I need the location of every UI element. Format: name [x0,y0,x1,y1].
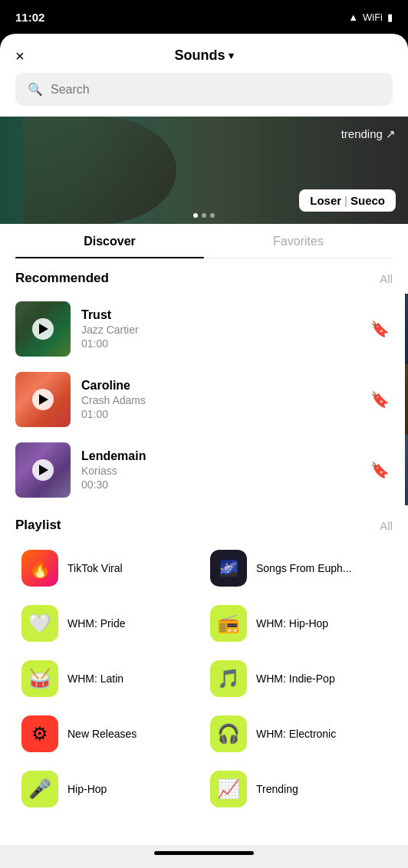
chevron-down-icon[interactable]: ▾ [229,50,234,61]
artist-sub: Sueco [350,194,385,207]
playlist-all-button[interactable]: All [380,519,393,532]
playlist-item-tiktok-viral[interactable]: 🔥 TikTok Viral [15,541,204,596]
recommended-header: Recommended All [0,258,408,294]
playlist-icon-whm-hiphop: 📻 [210,605,247,642]
track-thumbnail-lendemain [15,442,71,498]
recommended-all-button[interactable]: All [380,272,393,285]
play-triangle-icon [39,394,48,405]
play-triangle-icon [39,465,48,475]
battery-icon: ▮ [387,12,393,23]
playlist-name-songs-euph: Songs From Euph... [256,562,352,574]
playlist-icon-trending: 📈 [210,771,247,807]
track-info-caroline: Caroline Crash Adams 01:00 [81,379,357,420]
playlist-grid: 🔥 TikTok Viral 🌌 Songs From Euph... 🤍 [0,541,408,817]
playlist-icon-tiktok-viral: 🔥 [21,550,58,587]
track-item-lendemain[interactable]: Lendemain Koriass 00:30 🔖 [0,435,408,505]
signal-icon: ▲ [348,12,358,23]
playlist-item-hip-hop[interactable]: 🎤 Hip-Hop [15,761,204,817]
tab-discover[interactable]: Discover [15,224,204,258]
playlist-item-whm-hiphop[interactable]: 📻 WHM: Hip-Hop [204,596,393,651]
play-button-trust[interactable] [32,318,54,340]
search-input[interactable] [51,83,380,97]
playlist-item-whm-indiepop[interactable]: 🎵 WHM: Indie-Pop [204,651,393,706]
track-artist-lendemain: Koriass [81,465,357,477]
banner-dot-2 [202,213,206,218]
bookmark-button-trust[interactable]: 🔖 [367,317,393,341]
playlist-item-songs-euph[interactable]: 🌌 Songs From Euph... [204,541,393,596]
playlist-item-whm-pride[interactable]: 🤍 WHM: Pride [15,596,204,651]
playlist-item-whm-latin[interactable]: 🥁 WHM: Latin [15,651,204,706]
search-bar[interactable]: 🔍 [15,73,393,106]
playlist-icon-whm-electronic: 🎧 [210,715,247,752]
playlist-item-trending[interactable]: 📈 Trending [204,761,393,817]
drum-icon: 🥁 [28,668,51,689]
track-info-trust: Trust Jazz Cartier 01:00 [81,308,357,350]
scroll-content: Recommended All Trust Jazz Cartier 01:00… [0,258,408,845]
track-info-lendemain: Lendemain Koriass 00:30 [81,449,357,491]
playlist-icon-whm-indiepop: 🎵 [210,660,247,697]
music2-icon: 🎤 [28,778,51,800]
music-icon: 🎵 [217,668,240,689]
playlist-name-new-releases: New Releases [67,728,137,740]
playlist-header: Playlist All [0,505,408,541]
playlist-name-whm-electronic: WHM: Electronic [256,728,336,740]
trending-label: trending ↗ [341,127,396,141]
bookmark-button-lendemain[interactable]: 🔖 [367,458,393,482]
home-indicator [154,851,254,855]
sounds-modal: × Sounds ▾ 🔍 trending ↗ Loser | [0,34,408,868]
side-strip-lendemain [405,435,408,505]
tabs-container: Discover Favorites [15,224,393,258]
search-icon: 🔍 [28,82,43,97]
playlist-name-hip-hop: Hip-Hop [67,783,107,795]
track-thumbnail-trust [15,301,71,357]
trending-icon: 📈 [217,778,240,800]
playlist-name-trending: Trending [256,783,298,795]
galaxy-icon: 🌌 [219,559,239,577]
trending-banner[interactable]: trending ↗ Loser | Sueco [0,117,408,224]
track-artist-caroline: Crash Adams [81,394,357,406]
tab-favorites[interactable]: Favorites [204,224,393,258]
playlist-name-whm-latin: WHM: Latin [67,672,123,685]
headphone-icon: 🎧 [217,723,240,745]
radio-icon: 📻 [217,613,240,634]
banner-artist-label: Loser | Sueco [299,189,396,212]
track-artist-trust: Jazz Cartier [81,324,357,336]
artist-name: Loser [310,194,341,207]
bottom-bar [0,845,408,868]
track-name-trust: Trust [81,308,357,322]
play-button-caroline[interactable] [32,389,54,410]
playlist-icon-songs-euph: 🌌 [210,550,247,587]
track-item-trust[interactable]: Trust Jazz Cartier 01:00 🔖 [0,294,408,364]
playlist-name-tiktok-viral: TikTok Viral [67,562,123,574]
gear-icon: ⚙ [31,723,48,745]
playlist-item-new-releases[interactable]: ⚙ New Releases [15,706,204,761]
playlist-item-whm-electronic[interactable]: 🎧 WHM: Electronic [204,706,393,761]
track-item-caroline[interactable]: Caroline Crash Adams 01:00 🔖 [0,364,408,435]
banner-dots [193,213,215,218]
track-duration-caroline: 01:00 [81,408,357,420]
title-text: Sounds [175,48,225,64]
wifi-icon: WiFi [363,12,383,23]
side-strip-caroline [405,364,408,435]
status-icons: ▲ WiFi ▮ [348,12,393,23]
modal-title: Sounds ▾ [175,48,234,64]
playlist-name-whm-pride: WHM: Pride [67,617,125,630]
fire-icon: 🔥 [28,557,51,579]
playlist-name-whm-hiphop: WHM: Hip-Hop [256,617,328,630]
close-button[interactable]: × [15,48,25,64]
playlist-icon-whm-latin: 🥁 [21,660,58,697]
play-button-lendemain[interactable] [32,459,54,481]
playlist-icon-new-releases: ⚙ [21,715,58,752]
side-strip-trust [405,294,408,364]
playlist-title: Playlist [15,518,61,533]
separator: | [344,194,347,207]
recommended-title: Recommended [15,271,109,286]
modal-header: × Sounds ▾ [0,34,408,73]
track-name-lendemain: Lendemain [81,449,357,463]
playlist-name-whm-indiepop: WHM: Indie-Pop [256,672,335,685]
bookmark-button-caroline[interactable]: 🔖 [367,387,393,412]
heart-icon: 🤍 [28,613,51,634]
phone-wrapper: 11:02 ▲ WiFi ▮ × Sounds ▾ 🔍 [0,0,408,868]
track-name-caroline: Caroline [81,379,357,393]
status-bar: 11:02 ▲ WiFi ▮ [0,0,408,34]
